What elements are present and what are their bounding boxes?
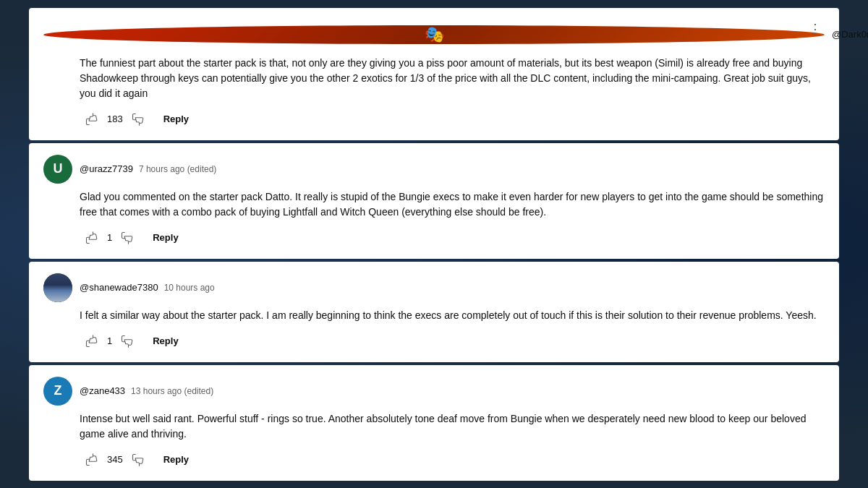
comment-header: U @urazz7739 7 hours ago (edited) <box>43 155 825 184</box>
comment-actions: 183 Reply <box>80 108 825 130</box>
comment-meta: @urazz7739 7 hours ago (edited) <box>80 163 216 174</box>
thumbs-down-icon <box>121 335 134 348</box>
comment-header: 🎭 @Dark0niro 12 hours ago <box>43 20 825 50</box>
thumbs-up-icon <box>85 113 98 126</box>
comment-meta: @zane433 13 hours ago (edited) <box>80 385 213 396</box>
comment-header: Z @zane433 13 hours ago (edited) <box>43 377 825 406</box>
reply-button[interactable]: Reply <box>156 109 196 129</box>
comment-actions: 1 Reply <box>80 330 825 352</box>
like-button[interactable] <box>80 227 104 249</box>
like-button[interactable] <box>80 449 104 471</box>
comment-timestamp: 10 hours ago <box>164 283 215 293</box>
comment-username[interactable]: @zane433 <box>80 385 125 396</box>
avatar: 🎭 <box>43 25 825 44</box>
comment-timestamp: 13 hours ago (edited) <box>131 386 213 396</box>
comment-card: ⋮ 🎭 @Dark0niro 12 hours ago The funniest… <box>29 8 839 140</box>
dislike-button[interactable] <box>115 227 140 249</box>
dislike-button[interactable] <box>126 449 150 471</box>
comment-meta: @Dark0niro 12 hours ago <box>832 20 868 50</box>
more-options-button[interactable]: ⋮ <box>803 20 827 38</box>
reply-button[interactable]: Reply <box>145 331 185 351</box>
like-count: 1 <box>107 335 112 346</box>
thumbs-down-icon <box>132 113 145 126</box>
comment-timestamp: 7 hours ago (edited) <box>139 164 216 174</box>
thumbs-up-icon <box>85 453 98 466</box>
comment-card: Z @zane433 13 hours ago (edited) Intense… <box>29 365 839 481</box>
thumbs-down-icon <box>132 453 145 466</box>
comment-card: U @urazz7739 7 hours ago (edited) Glad y… <box>29 143 839 259</box>
comment-card: @shanewade7380 10 hours ago I felt a sim… <box>29 262 839 362</box>
reply-button[interactable]: Reply <box>145 228 185 247</box>
comment-text: The funniest part about the starter pack… <box>80 56 825 101</box>
comment-actions: 1 Reply <box>80 227 825 249</box>
avatar <box>43 273 72 302</box>
like-count: 1 <box>107 232 112 243</box>
thumbs-up-icon <box>85 335 98 348</box>
comment-username[interactable]: @Dark0niro <box>832 29 868 40</box>
avatar: Z <box>43 377 72 406</box>
comment-text: Glad you commented on the starter pack D… <box>80 189 825 220</box>
thumbs-up-icon <box>85 231 98 244</box>
comment-header: @shanewade7380 10 hours ago <box>43 273 825 302</box>
like-button[interactable] <box>80 330 104 352</box>
avatar: U <box>43 155 72 184</box>
comment-text: Intense but well said rant. Powerful stu… <box>80 411 825 442</box>
edited-label: (edited) <box>184 386 213 396</box>
thumbs-down-icon <box>121 231 134 244</box>
like-count: 183 <box>107 114 123 124</box>
comment-text: I felt a similar way about the starter p… <box>80 308 825 323</box>
like-count: 345 <box>107 454 123 465</box>
comment-username[interactable]: @urazz7739 <box>80 163 133 174</box>
reply-button[interactable]: Reply <box>156 450 196 469</box>
comment-meta: @shanewade7380 10 hours ago <box>80 282 215 293</box>
comment-actions: 345 Reply <box>80 449 825 471</box>
edited-label: (edited) <box>187 164 217 174</box>
dislike-button[interactable] <box>115 330 140 352</box>
dislike-button[interactable] <box>126 108 150 130</box>
comment-username[interactable]: @shanewade7380 <box>80 282 158 293</box>
like-button[interactable] <box>80 108 104 130</box>
